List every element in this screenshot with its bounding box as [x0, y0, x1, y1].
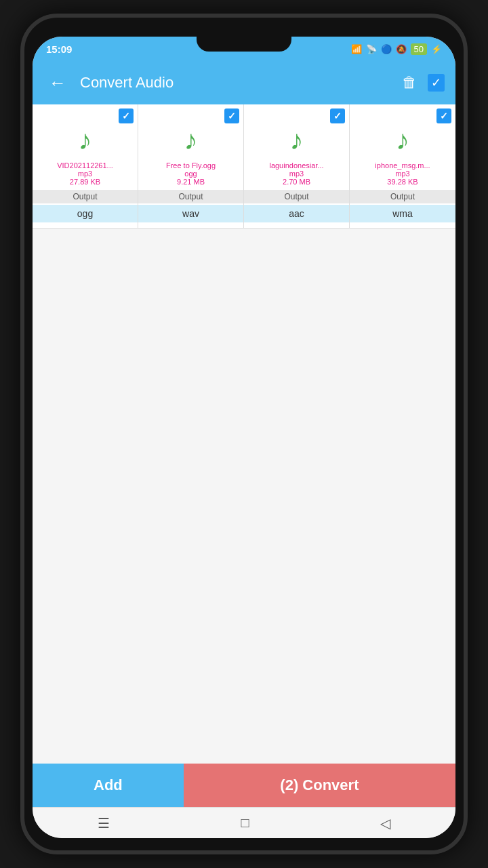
select-all-button[interactable]: ✓	[428, 74, 445, 92]
file-name-3: laguindonesiar...	[266, 161, 326, 170]
music-icon-2: ♪	[175, 123, 207, 156]
output-label-4: Output	[350, 190, 455, 203]
navigation-bar: ☰ □ ◁	[33, 807, 455, 838]
mute-icon: 🔕	[396, 44, 407, 54]
top-app-bar: ← Convert Audio 🗑 ✓	[33, 61, 455, 104]
nav-menu-icon[interactable]: ☰	[98, 815, 110, 831]
delete-button[interactable]: 🗑	[402, 74, 417, 92]
charging-icon: ⚡	[431, 44, 442, 54]
file-name-1: VID202112261...	[54, 161, 116, 170]
convert-button[interactable]: (2) Convert	[184, 764, 455, 807]
bottom-action-bar: Add (2) Convert	[33, 764, 455, 807]
battery-indicator: 50	[411, 43, 427, 55]
file-ext-1: mp3	[78, 170, 92, 178]
top-bar-actions: 🗑 ✓	[402, 74, 445, 92]
file-size-3: 2.70 MB	[283, 178, 310, 186]
file-name-2: Free to Fly.ogg	[163, 161, 218, 170]
file-ext-3: mp3	[289, 170, 304, 178]
file-size-2: 9.21 MB	[177, 178, 205, 186]
file-ext-4: mp3	[395, 170, 409, 178]
music-icon-3: ♪	[281, 123, 313, 156]
output-label-3: Output	[244, 190, 349, 203]
nav-back-icon[interactable]: ◁	[380, 815, 390, 831]
output-label-2: Output	[138, 190, 243, 203]
output-format-4[interactable]: wma	[350, 205, 455, 222]
music-icon-1: ♪	[69, 123, 102, 156]
file-grid: ♪ VID202112261... mp3 27.89 KB Output og…	[33, 104, 455, 229]
status-icons: 📶 📡 🔵 🔕 50 ⚡	[351, 43, 442, 55]
output-format-2[interactable]: wav	[138, 205, 243, 222]
file-checkbox-3[interactable]	[330, 108, 345, 123]
bluetooth-icon: 🔵	[381, 44, 392, 54]
wifi-icon: 📡	[366, 44, 377, 54]
signal-icon: 📶	[351, 44, 362, 54]
file-card-3[interactable]: ♪ laguindonesiar... mp3 2.70 MB Output a…	[244, 104, 350, 228]
file-card-2[interactable]: ♪ Free to Fly.ogg ogg 9.21 MB Output wav	[138, 104, 244, 228]
content-area	[33, 229, 455, 764]
file-checkbox-2[interactable]	[224, 108, 239, 123]
output-label-1: Output	[33, 190, 138, 203]
nav-home-icon[interactable]: □	[241, 815, 249, 831]
output-format-1[interactable]: ogg	[33, 205, 138, 222]
file-size-1: 27.89 KB	[70, 178, 100, 186]
file-name-4: iphone_msg.m...	[372, 161, 432, 170]
file-checkbox-1[interactable]	[119, 108, 134, 123]
add-button[interactable]: Add	[33, 764, 184, 807]
status-time: 15:09	[46, 43, 72, 55]
output-format-3[interactable]: aac	[244, 205, 349, 222]
file-card-4[interactable]: ♪ iphone_msg.m... mp3 39.28 KB Output wm…	[350, 104, 455, 228]
music-icon-4: ♪	[386, 123, 419, 156]
file-size-4: 39.28 KB	[387, 178, 418, 186]
file-card-1[interactable]: ♪ VID202112261... mp3 27.89 KB Output og…	[33, 104, 138, 228]
back-button[interactable]: ←	[43, 70, 72, 96]
file-ext-2: ogg	[184, 170, 197, 178]
page-title: Convert Audio	[80, 74, 394, 92]
file-checkbox-4[interactable]	[436, 108, 451, 123]
